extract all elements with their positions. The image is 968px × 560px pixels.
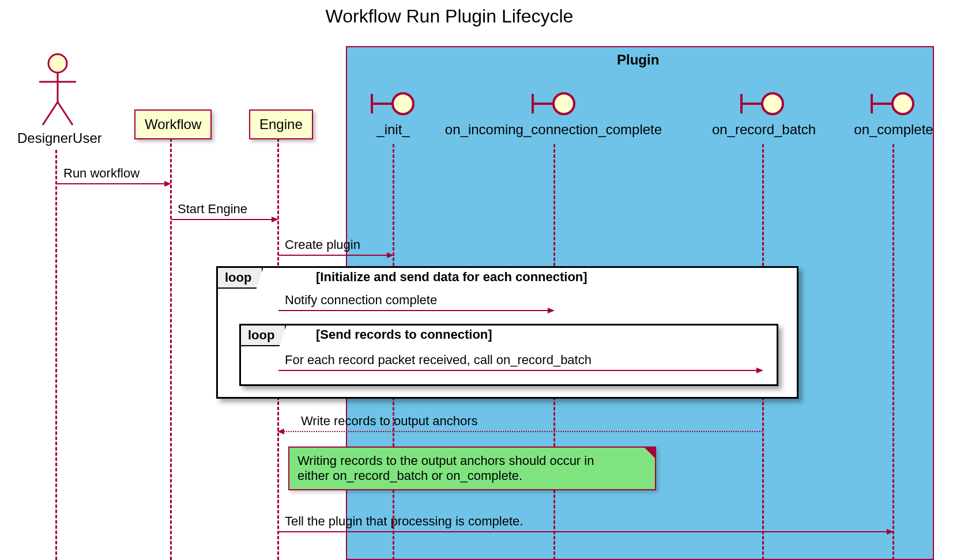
boundary-label: on_incoming_connection_complete (427, 122, 680, 138)
boundary-icon (738, 89, 788, 118)
msg-notify-conn-arrow (278, 310, 553, 311)
msg-start-engine-label: Start Engine (178, 202, 247, 217)
msg-start-engine-arrow (171, 219, 277, 220)
actor-designer-user: DesignerUser (17, 53, 98, 146)
note-dogear-icon (645, 448, 655, 458)
loop-outer-cond: [Initialize and send data for each conne… (316, 270, 587, 285)
plugin-group-title: Plugin (617, 52, 659, 68)
note-line2: either on_record_batch or on_complete. (297, 468, 647, 483)
svg-point-13 (762, 93, 783, 114)
lifeline-complete (892, 144, 894, 560)
lifeline-actor (55, 150, 57, 560)
diagram-canvas: Workflow Run Plugin Lifecycle Plugin Des… (0, 0, 968, 560)
actor-icon (35, 53, 81, 128)
boundary-label: on_record_batch (703, 122, 824, 138)
actor-label: DesignerUser (17, 130, 98, 146)
loop-inner-tab: loop (241, 326, 286, 346)
msg-each-packet-label: For each record packet received, call on… (285, 353, 592, 368)
diagram-title: Workflow Run Plugin Lifecycle (0, 6, 899, 27)
msg-run-workflow-label: Run workflow (63, 166, 140, 181)
boundary-recordbatch: on_record_batch (703, 89, 824, 138)
msg-notify-conn-label: Notify connection complete (285, 293, 437, 308)
participant-workflow: Workflow (134, 109, 212, 139)
svg-point-16 (892, 93, 913, 114)
boundary-icon (868, 89, 918, 118)
svg-point-0 (48, 54, 67, 73)
msg-write-records-label: Write records to output anchors (301, 414, 478, 429)
msg-create-plugin-label: Create plugin (285, 237, 360, 252)
boundary-incoming: on_incoming_connection_complete (427, 89, 680, 138)
msg-run-workflow-arrow (57, 183, 170, 184)
note-line1: Writing records to the output anchors sh… (297, 453, 647, 468)
boundary-init: _init_ (366, 89, 420, 138)
loop-inner-cond: [Send records to connection] (316, 327, 492, 342)
svg-line-3 (43, 102, 58, 125)
boundary-label: _init_ (366, 122, 420, 138)
boundary-icon (529, 89, 579, 118)
msg-each-packet-arrow (278, 370, 762, 371)
lifeline-workflow (170, 138, 172, 560)
boundary-complete: on_complete (848, 89, 940, 138)
boundary-label: on_complete (848, 122, 940, 138)
boundary-icon (368, 89, 418, 118)
svg-line-4 (58, 102, 73, 125)
participant-engine: Engine (249, 109, 313, 139)
msg-tell-complete-label: Tell the plugin that processing is compl… (285, 514, 523, 529)
svg-point-7 (393, 93, 413, 114)
loop-outer-tab: loop (218, 268, 263, 289)
svg-point-10 (553, 93, 574, 114)
msg-tell-complete-arrow (278, 531, 892, 532)
note-write-records: Writing records to the output anchors sh… (288, 447, 656, 490)
msg-write-records-arrow (278, 431, 762, 432)
msg-create-plugin-arrow (278, 255, 393, 256)
